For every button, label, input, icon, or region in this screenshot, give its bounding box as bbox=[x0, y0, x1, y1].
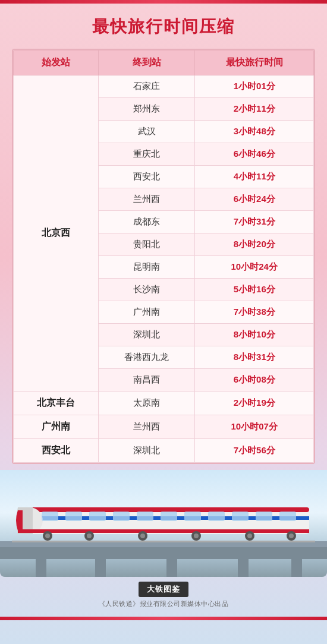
bridge-pillar bbox=[166, 550, 177, 577]
time-cell: 10小时07分 bbox=[195, 415, 314, 439]
svg-rect-11 bbox=[208, 512, 225, 521]
time-cell: 7小时56分 bbox=[195, 439, 314, 463]
destination-cell: 重庆北 bbox=[99, 143, 195, 166]
main-title: 最快旅行时间压缩 bbox=[92, 15, 235, 38]
time-cell: 6小时46分 bbox=[195, 143, 314, 166]
header-time: 最快旅行时间 bbox=[195, 50, 314, 75]
svg-rect-6 bbox=[89, 512, 106, 521]
origin-cell: 北京丰台 bbox=[14, 392, 99, 415]
svg-point-23 bbox=[194, 533, 199, 538]
svg-rect-7 bbox=[113, 512, 130, 521]
logo-sub: 《人民铁道》报业有限公司新媒体中心出品 bbox=[99, 599, 229, 608]
time-cell: 4小时11分 bbox=[195, 166, 314, 188]
logo-area: 大铁图鉴 《人民铁道》报业有限公司新媒体中心出品 bbox=[99, 577, 229, 617]
destination-cell: 长沙南 bbox=[99, 279, 195, 301]
time-cell: 1小时01分 bbox=[195, 75, 314, 98]
destination-cell: 昆明南 bbox=[99, 256, 195, 279]
header-origin: 始发站 bbox=[14, 50, 99, 75]
time-cell: 8小时31分 bbox=[195, 346, 314, 369]
table-row: 北京丰台太原南2小时19分 bbox=[14, 392, 314, 415]
svg-rect-15 bbox=[18, 529, 309, 533]
time-cell: 8小时10分 bbox=[195, 324, 314, 346]
time-cell: 5小时16分 bbox=[195, 279, 314, 301]
destination-cell: 太原南 bbox=[99, 392, 195, 415]
train-svg bbox=[12, 498, 315, 548]
bridge-pillar bbox=[36, 550, 46, 577]
destination-cell: 兰州西 bbox=[99, 415, 195, 439]
destination-cell: 贵阳北 bbox=[99, 233, 195, 256]
bridge bbox=[0, 547, 327, 559]
svg-point-19 bbox=[87, 533, 92, 538]
time-cell: 6小时24分 bbox=[195, 188, 314, 211]
svg-point-21 bbox=[140, 533, 145, 538]
svg-rect-10 bbox=[184, 512, 201, 521]
svg-rect-4 bbox=[42, 512, 58, 521]
svg-point-27 bbox=[289, 533, 294, 538]
time-cell: 8小时20分 bbox=[195, 233, 314, 256]
destination-cell: 石家庄 bbox=[99, 75, 195, 98]
destination-cell: 武汉 bbox=[99, 121, 195, 143]
destination-cell: 郑州东 bbox=[99, 98, 195, 121]
time-cell: 3小时48分 bbox=[195, 121, 314, 143]
svg-point-25 bbox=[247, 533, 252, 538]
svg-rect-1 bbox=[18, 507, 309, 512]
header-destination: 终到站 bbox=[99, 50, 195, 75]
data-table-container: 始发站 终到站 最快旅行时间 北京西石家庄1小时01分郑州东2小时11分武汉3小… bbox=[12, 49, 315, 464]
table-row: 北京西石家庄1小时01分 bbox=[14, 75, 314, 98]
table-row: 西安北深圳北7小时56分 bbox=[14, 439, 314, 463]
destination-cell: 南昌西 bbox=[99, 369, 195, 392]
travel-time-table: 始发站 终到站 最快旅行时间 北京西石家庄1小时01分郑州东2小时11分武汉3小… bbox=[13, 50, 314, 463]
origin-cell: 广州南 bbox=[14, 415, 99, 439]
svg-rect-5 bbox=[65, 512, 82, 521]
time-cell: 2小时11分 bbox=[195, 98, 314, 121]
logo-main: 大铁图鉴 bbox=[139, 582, 188, 597]
time-cell: 2小时19分 bbox=[195, 392, 314, 415]
svg-rect-12 bbox=[232, 512, 249, 521]
svg-rect-9 bbox=[161, 512, 177, 521]
destination-cell: 西安北 bbox=[99, 166, 195, 188]
destination-cell: 深圳北 bbox=[99, 324, 195, 346]
table-row: 广州南兰州西10小时07分 bbox=[14, 415, 314, 439]
svg-rect-14 bbox=[279, 512, 296, 521]
table-header-row: 始发站 终到站 最快旅行时间 bbox=[14, 50, 314, 75]
time-cell: 10小时24分 bbox=[195, 256, 314, 279]
destination-cell: 兰州西 bbox=[99, 188, 195, 211]
train-illustration bbox=[0, 470, 327, 577]
bridge-pillar bbox=[95, 550, 106, 577]
time-cell: 7小时31分 bbox=[195, 211, 314, 233]
destination-cell: 深圳北 bbox=[99, 439, 195, 463]
destination-cell: 香港西九龙 bbox=[99, 346, 195, 369]
origin-cell: 西安北 bbox=[14, 439, 99, 463]
bridge-pillar bbox=[291, 550, 302, 577]
bridge-pillar bbox=[238, 550, 249, 577]
svg-rect-28 bbox=[12, 541, 315, 542]
origin-cell: 北京西 bbox=[14, 75, 99, 392]
time-cell: 6小时08分 bbox=[195, 369, 314, 392]
svg-rect-13 bbox=[256, 512, 272, 521]
destination-cell: 广州南 bbox=[99, 301, 195, 324]
svg-point-17 bbox=[45, 533, 50, 538]
train-scene bbox=[0, 470, 327, 577]
bottom-border bbox=[0, 617, 327, 620]
destination-cell: 成都东 bbox=[99, 211, 195, 233]
time-cell: 7小时38分 bbox=[195, 301, 314, 324]
svg-rect-8 bbox=[137, 512, 153, 521]
